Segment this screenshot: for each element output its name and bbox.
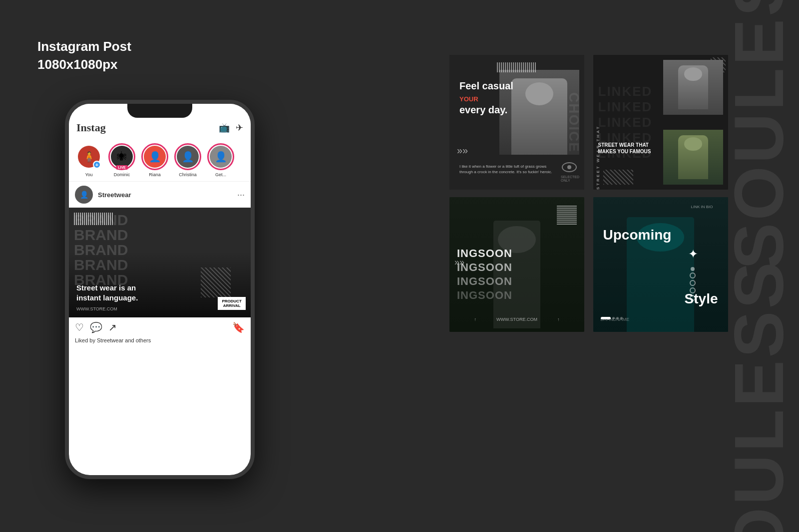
feed-likes: Liked by Streetwear and others (69, 337, 251, 346)
story-you[interactable]: 🧍 + You (75, 143, 103, 177)
story-christina[interactable]: 👤 Christina (174, 143, 202, 177)
feed-more-icon[interactable]: ··· (237, 190, 245, 200)
story-riana[interactable]: 👤 Riana (141, 143, 169, 177)
feed-avatar: 👤 (75, 186, 93, 204)
card1-barcode (497, 62, 537, 72)
product-arrival-badge: PRODUCT ARRIVAL (218, 297, 246, 310)
post-card-4: LINK IN BIO Upcoming ✦ Style BRANDNAME (593, 197, 728, 332)
story-dominic-label: Dominic (114, 172, 130, 177)
posts-grid: CHOICE Feel casual YOUR every day. »» I … (449, 55, 729, 332)
phone-container: Instag 📺 ✈ 🧍 + You (65, 100, 255, 479)
story-dominic[interactable]: 🕷 LIVE Dominic (108, 143, 136, 177)
feed-main-text: Street wear is an instant language. (76, 283, 138, 302)
card2-top-photo (663, 60, 723, 115)
vertical-text-container: SOULESS SOULESS (724, 25, 794, 504)
feed-post-header: 👤 Streetwear ··· (69, 182, 251, 208)
phone-notch (127, 104, 192, 118)
feed-actions: ♡ 💬 ↗ 🔖 (69, 317, 251, 337)
story-you-label: You (85, 172, 92, 177)
vertical-text-top: SOULESS (724, 0, 794, 269)
card4-star-icon: ✦ (688, 247, 698, 261)
insta-icons-group: 📺 ✈ (219, 122, 243, 133)
card4-upcoming: Upcoming (603, 227, 672, 243)
add-story-badge: + (93, 161, 101, 169)
card1-sub-text: I like it when a flower or a little tuft… (459, 164, 554, 175)
post-card-3: »» INGSOON INGSOON INGSOON INGSOON ↑ WWW… (449, 197, 584, 332)
like-icon[interactable]: ♡ (75, 321, 84, 333)
live-badge: LIVE (116, 165, 128, 170)
save-icon[interactable]: 🔖 (232, 321, 245, 333)
feed-hatch (201, 267, 231, 297)
card4-link-bio: LINK IN BIO (691, 205, 713, 209)
story-christina-label: Christina (179, 172, 197, 177)
card1-eye-icon (562, 162, 577, 172)
header-line1: Instagram Post (37, 37, 131, 55)
share-icon[interactable]: ↗ (108, 321, 117, 333)
card4-progress (601, 317, 623, 319)
card1-main-text: Feel casual YOUR every day. (459, 80, 513, 116)
send-icon[interactable]: ✈ (236, 122, 243, 133)
header-line2: 1080x1080px (37, 55, 131, 73)
card1-selected-text: SELECTED ONLY (561, 175, 579, 182)
tv-icon[interactable]: 📺 (219, 122, 230, 133)
card3-barcode (557, 205, 577, 225)
card3-cs-1: INGSOON (457, 247, 584, 260)
feed-url: WWW.STORE.COM (76, 306, 117, 311)
card2-bottom-photo (663, 130, 723, 185)
card2-bottom-hatch (603, 170, 633, 185)
card1-chevrons: »» (457, 145, 468, 156)
feed-barcode (74, 213, 114, 225)
story-riana-label: Riana (149, 172, 161, 177)
badge-line2: ARRIVAL (222, 303, 242, 308)
card3-cs-3: INGSOON (457, 275, 584, 288)
card3-url: ↑ WWW.STORE.COM ↑ (474, 317, 560, 322)
post-card-2: LINKED LINKED LINKED LINKED LINKED (593, 55, 728, 190)
card3-cs-2: INGSOON (457, 261, 584, 274)
card3-coming-soon: INGSOON INGSOON INGSOON INGSOON (449, 247, 584, 302)
phone-outer: Instag 📺 ✈ 🧍 + You (65, 100, 255, 479)
comment-icon[interactable]: 💬 (90, 321, 102, 333)
badge-line1: PRODUCT (222, 299, 242, 303)
stories-row: 🧍 + You 🕷 LIVE Dominic 👤 (69, 139, 251, 182)
story-get-label: Get... (215, 172, 226, 177)
card2-title: STREET WEAR THAT MAKES YOU FAMOUS (598, 142, 658, 155)
feed-username[interactable]: Streetwear (98, 191, 232, 199)
feed-image: BRANDBRANDBRANDBRANDBRAND Street wear is… (69, 208, 251, 317)
vertical-text-bottom: SOULESS (724, 260, 794, 532)
page-header: Instagram Post 1080x1080px (37, 37, 131, 74)
story-get[interactable]: 👤 Get... (207, 143, 235, 177)
post-card-1: CHOICE Feel casual YOUR every day. »» I … (449, 55, 584, 190)
card4-style: Style (685, 291, 718, 307)
card2-side-text: STREET WEAR THAT (596, 55, 600, 190)
phone-screen: Instag 📺 ✈ 🧍 + You (69, 104, 251, 475)
instagram-logo: Instag (76, 121, 106, 134)
card3-cs-4: INGSOON (457, 289, 584, 302)
